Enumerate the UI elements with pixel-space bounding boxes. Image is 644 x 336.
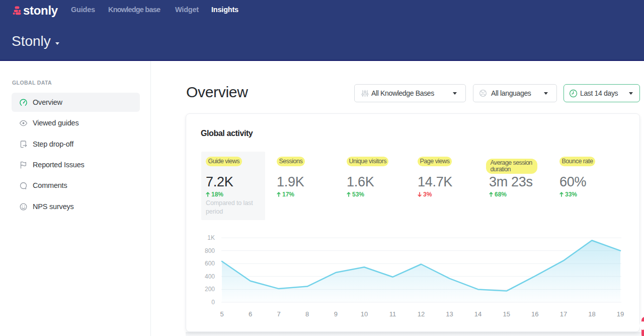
svg-text:11: 11: [389, 310, 396, 318]
svg-text:0: 0: [211, 299, 215, 306]
svg-text:15: 15: [503, 310, 510, 318]
svg-text:10: 10: [361, 310, 368, 318]
svg-text:200: 200: [205, 286, 215, 293]
svg-text:7: 7: [277, 310, 280, 318]
svg-text:12: 12: [418, 310, 425, 318]
svg-text:800: 800: [205, 247, 215, 254]
svg-text:9: 9: [334, 310, 338, 318]
svg-text:600: 600: [205, 260, 215, 267]
svg-text:8: 8: [305, 310, 309, 318]
svg-text:19: 19: [617, 310, 624, 318]
svg-text:14: 14: [474, 310, 481, 318]
svg-text:16: 16: [531, 310, 538, 318]
svg-text:17: 17: [560, 310, 567, 318]
svg-text:400: 400: [205, 273, 215, 280]
svg-text:13: 13: [446, 310, 453, 318]
svg-text:6: 6: [249, 310, 252, 318]
svg-text:5: 5: [220, 310, 223, 318]
svg-text:18: 18: [588, 310, 595, 318]
svg-text:1K: 1K: [207, 234, 215, 241]
